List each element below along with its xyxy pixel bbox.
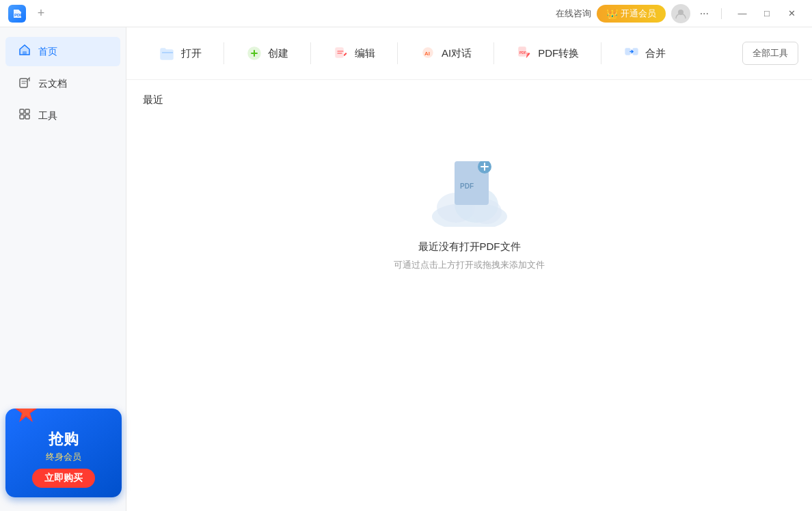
toolbar-ai[interactable]: AI AI对话 <box>401 38 491 68</box>
new-tab-button[interactable]: + <box>31 4 51 23</box>
empty-pdf-doc: PDF <box>455 161 491 208</box>
toolbar-pdf[interactable]: PDF PDF转换 <box>497 38 598 68</box>
crown-icon: 👑 <box>606 8 618 19</box>
svg-rect-11 <box>336 48 343 57</box>
sidebar-item-tools[interactable]: 工具 <box>5 101 120 130</box>
app-logo: PDF <box>8 5 26 23</box>
svg-text:PDF: PDF <box>460 182 474 190</box>
svg-rect-6 <box>20 115 24 119</box>
svg-rect-16 <box>625 49 630 55</box>
sidebar: 首页 云文档 工具 <box>0 27 126 511</box>
toolbar-divider-1 <box>224 42 224 64</box>
titlebar: PDF + 在线咨询 👑 开通会员 ··· — □ ✕ <box>0 0 812 27</box>
svg-text:PDF: PDF <box>14 13 23 17</box>
svg-text:PDF: PDF <box>519 51 526 55</box>
empty-sub-text: 可通过点击上方打开或拖拽来添加文件 <box>394 259 545 271</box>
merge-icon <box>623 45 640 61</box>
sidebar-item-cloud[interactable]: 云文档 <box>5 69 120 98</box>
toolbar-divider-5 <box>601 42 601 64</box>
svg-rect-17 <box>633 49 638 55</box>
toolbar-merge[interactable]: 合并 <box>604 38 685 68</box>
toolbar-edit[interactable]: 编辑 <box>314 38 394 68</box>
titlebar-left: PDF + <box>8 4 51 23</box>
create-icon <box>246 45 262 61</box>
toolbar-divider-4 <box>493 42 494 64</box>
empty-main-text: 最近没有打开PDF文件 <box>418 240 521 253</box>
more-button[interactable]: ··· <box>696 6 713 21</box>
content-area: 打开 创建 <box>126 27 812 511</box>
all-tools-button[interactable]: 全部工具 <box>742 42 798 65</box>
online-consult-link[interactable]: 在线咨询 <box>556 8 591 20</box>
sidebar-home-label: 首页 <box>38 46 57 58</box>
svg-rect-2 <box>23 51 27 55</box>
maximize-button[interactable]: □ <box>755 3 779 25</box>
open-icon <box>159 45 176 61</box>
cloud-doc-icon <box>18 76 31 92</box>
ai-label: AI对话 <box>442 47 472 60</box>
sidebar-item-home[interactable]: 首页 <box>5 37 120 66</box>
svg-marker-9 <box>18 409 34 419</box>
svg-rect-4 <box>20 109 24 113</box>
sidebar-cloud-label: 云文档 <box>38 78 67 90</box>
toolbar-divider-2 <box>310 42 311 64</box>
svg-text:AI: AI <box>424 51 430 57</box>
empty-illustration: PDF <box>429 158 511 227</box>
recent-title: 最近 <box>143 94 796 107</box>
merge-label: 合并 <box>645 47 666 60</box>
toolbar-divider-3 <box>397 42 398 64</box>
edit-label: 编辑 <box>355 47 375 60</box>
minimize-button[interactable]: — <box>730 3 755 25</box>
sidebar-tools-label: 工具 <box>38 110 57 122</box>
promo-text-line2: 终身会员 <box>46 451 81 463</box>
avatar-button[interactable] <box>671 4 690 23</box>
home-icon <box>18 44 31 59</box>
open-label: 打开 <box>181 47 202 60</box>
promo-buy-button[interactable]: 立即购买 <box>32 469 95 488</box>
promo-text-line1: 抢购 <box>49 429 79 450</box>
pdf-label: PDF转换 <box>538 47 579 60</box>
ai-icon: AI <box>420 45 436 61</box>
toolbar-open[interactable]: 打开 <box>140 38 221 68</box>
create-label: 创建 <box>268 47 288 60</box>
promo-decoration <box>14 409 38 426</box>
titlebar-right: 在线咨询 👑 开通会员 ··· — □ ✕ <box>556 3 804 25</box>
svg-rect-5 <box>25 109 29 113</box>
promo-banner[interactable]: 抢购 终身会员 立即购买 <box>5 409 122 497</box>
titlebar-divider <box>721 8 722 19</box>
recent-section: 最近 PDF <box>126 80 812 511</box>
edit-icon <box>333 45 349 61</box>
window-controls: — □ ✕ <box>730 3 804 25</box>
close-button[interactable]: ✕ <box>779 3 804 25</box>
empty-state: PDF 最近没有打开PDF文件 可通过点击上方打开或拖拽来添加文件 <box>143 118 796 326</box>
main-layout: 首页 云文档 工具 <box>0 27 812 511</box>
vip-button[interactable]: 👑 开通会员 <box>597 5 666 23</box>
svg-rect-7 <box>25 115 29 119</box>
toolbar-create[interactable]: 创建 <box>227 38 308 68</box>
pdf-icon: PDF <box>516 45 532 61</box>
tools-icon <box>18 108 31 124</box>
toolbar: 打开 创建 <box>126 27 812 80</box>
